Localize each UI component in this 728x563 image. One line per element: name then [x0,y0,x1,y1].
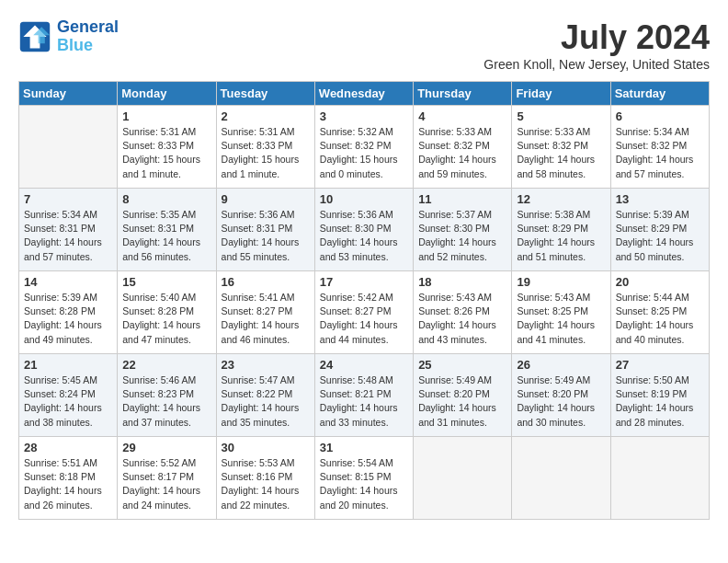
day-detail: Sunrise: 5:33 AM Sunset: 8:32 PM Dayligh… [418,125,506,181]
calendar-cell: 14Sunrise: 5:39 AM Sunset: 8:28 PM Dayli… [19,271,118,354]
calendar-cell: 20Sunrise: 5:44 AM Sunset: 8:25 PM Dayli… [610,271,709,354]
calendar-cell: 23Sunrise: 5:47 AM Sunset: 8:22 PM Dayli… [216,354,314,437]
calendar-cell: 17Sunrise: 5:42 AM Sunset: 8:27 PM Dayli… [314,271,413,354]
day-number: 16 [222,275,310,289]
weekday-header-wednesday: Wednesday [314,82,413,106]
logo-text: General Blue [57,18,119,55]
day-detail: Sunrise: 5:53 AM Sunset: 8:16 PM Dayligh… [222,456,310,512]
day-number: 10 [320,192,408,206]
day-number: 25 [418,358,506,372]
day-number: 15 [122,275,210,289]
calendar-cell [610,437,709,520]
day-detail: Sunrise: 5:48 AM Sunset: 8:21 PM Dayligh… [320,373,408,430]
day-number: 28 [24,441,112,454]
day-number: 23 [222,358,310,372]
day-detail: Sunrise: 5:42 AM Sunset: 8:27 PM Dayligh… [320,291,408,347]
weekday-header-monday: Monday [118,82,216,106]
day-number: 22 [122,358,210,372]
day-number: 8 [122,192,210,206]
calendar-cell: 7Sunrise: 5:34 AM Sunset: 8:31 PM Daylig… [19,189,118,271]
logo-icon [18,20,51,53]
calendar-cell: 12Sunrise: 5:38 AM Sunset: 8:29 PM Dayli… [512,189,610,271]
week-row-5: 28Sunrise: 5:51 AM Sunset: 8:18 PM Dayli… [19,437,710,520]
weekday-header-sunday: Sunday [19,82,118,106]
calendar-cell: 10Sunrise: 5:36 AM Sunset: 8:30 PM Dayli… [314,189,413,271]
day-detail: Sunrise: 5:51 AM Sunset: 8:18 PM Dayligh… [24,456,112,512]
calendar-title: July 2024 [483,18,710,57]
calendar-cell: 2Sunrise: 5:31 AM Sunset: 8:33 PM Daylig… [216,106,314,189]
day-number: 6 [616,109,704,123]
calendar-cell [19,106,118,189]
day-detail: Sunrise: 5:49 AM Sunset: 8:20 PM Dayligh… [418,373,506,430]
calendar-cell: 27Sunrise: 5:50 AM Sunset: 8:19 PM Dayli… [610,354,709,437]
calendar-cell: 8Sunrise: 5:35 AM Sunset: 8:31 PM Daylig… [118,189,216,271]
day-number: 31 [320,441,408,454]
day-detail: Sunrise: 5:38 AM Sunset: 8:29 PM Dayligh… [517,208,605,264]
calendar-cell: 19Sunrise: 5:43 AM Sunset: 8:25 PM Dayli… [512,271,610,354]
calendar-cell [512,437,610,520]
calendar-cell: 13Sunrise: 5:39 AM Sunset: 8:29 PM Dayli… [610,189,709,271]
day-number: 29 [122,441,210,454]
calendar-cell: 28Sunrise: 5:51 AM Sunset: 8:18 PM Dayli… [19,437,118,520]
day-detail: Sunrise: 5:31 AM Sunset: 8:33 PM Dayligh… [222,125,310,181]
calendar-cell: 18Sunrise: 5:43 AM Sunset: 8:26 PM Dayli… [414,271,512,354]
day-detail: Sunrise: 5:43 AM Sunset: 8:25 PM Dayligh… [517,291,605,347]
calendar-cell: 29Sunrise: 5:52 AM Sunset: 8:17 PM Dayli… [118,437,216,520]
day-number: 18 [418,275,506,289]
calendar-cell: 26Sunrise: 5:49 AM Sunset: 8:20 PM Dayli… [512,354,610,437]
logo: General Blue [18,18,119,55]
day-detail: Sunrise: 5:52 AM Sunset: 8:17 PM Dayligh… [122,456,210,512]
day-detail: Sunrise: 5:34 AM Sunset: 8:31 PM Dayligh… [24,208,112,264]
day-detail: Sunrise: 5:37 AM Sunset: 8:30 PM Dayligh… [418,208,506,264]
weekday-header-thursday: Thursday [414,82,512,106]
weekday-header-saturday: Saturday [610,82,709,106]
calendar-cell: 4Sunrise: 5:33 AM Sunset: 8:32 PM Daylig… [414,106,512,189]
day-detail: Sunrise: 5:33 AM Sunset: 8:32 PM Dayligh… [517,125,605,181]
day-detail: Sunrise: 5:36 AM Sunset: 8:30 PM Dayligh… [320,208,408,264]
day-number: 30 [222,441,310,454]
day-number: 13 [616,192,704,206]
calendar-cell: 6Sunrise: 5:34 AM Sunset: 8:32 PM Daylig… [610,106,709,189]
weekday-header-friday: Friday [512,82,610,106]
calendar-cell: 24Sunrise: 5:48 AM Sunset: 8:21 PM Dayli… [314,354,413,437]
calendar-subtitle: Green Knoll, New Jersey, United States [483,57,710,72]
page-header: General Blue July 2024 Green Knoll, New … [18,18,710,72]
day-detail: Sunrise: 5:36 AM Sunset: 8:31 PM Dayligh… [222,208,310,264]
day-detail: Sunrise: 5:46 AM Sunset: 8:23 PM Dayligh… [122,373,210,430]
day-detail: Sunrise: 5:47 AM Sunset: 8:22 PM Dayligh… [222,373,310,430]
calendar-cell: 25Sunrise: 5:49 AM Sunset: 8:20 PM Dayli… [414,354,512,437]
calendar-cell: 1Sunrise: 5:31 AM Sunset: 8:33 PM Daylig… [118,106,216,189]
day-number: 11 [418,192,506,206]
day-detail: Sunrise: 5:32 AM Sunset: 8:32 PM Dayligh… [320,125,408,181]
day-number: 3 [320,109,408,123]
week-row-2: 7Sunrise: 5:34 AM Sunset: 8:31 PM Daylig… [19,189,710,271]
calendar-cell: 31Sunrise: 5:54 AM Sunset: 8:15 PM Dayli… [314,437,413,520]
calendar-cell: 11Sunrise: 5:37 AM Sunset: 8:30 PM Dayli… [414,189,512,271]
day-detail: Sunrise: 5:44 AM Sunset: 8:25 PM Dayligh… [616,291,704,347]
day-detail: Sunrise: 5:41 AM Sunset: 8:27 PM Dayligh… [222,291,310,347]
calendar-cell: 15Sunrise: 5:40 AM Sunset: 8:28 PM Dayli… [118,271,216,354]
calendar-cell: 21Sunrise: 5:45 AM Sunset: 8:24 PM Dayli… [19,354,118,437]
day-detail: Sunrise: 5:39 AM Sunset: 8:29 PM Dayligh… [616,208,704,264]
title-area: July 2024 Green Knoll, New Jersey, Unite… [483,18,710,72]
day-number: 7 [24,192,112,206]
day-number: 19 [517,275,605,289]
week-row-3: 14Sunrise: 5:39 AM Sunset: 8:28 PM Dayli… [19,271,710,354]
day-number: 1 [122,109,210,123]
calendar-cell: 30Sunrise: 5:53 AM Sunset: 8:16 PM Dayli… [216,437,314,520]
calendar-cell: 16Sunrise: 5:41 AM Sunset: 8:27 PM Dayli… [216,271,314,354]
day-number: 9 [222,192,310,206]
calendar-cell [414,437,512,520]
day-number: 5 [517,109,605,123]
day-detail: Sunrise: 5:43 AM Sunset: 8:26 PM Dayligh… [418,291,506,347]
calendar-cell: 5Sunrise: 5:33 AM Sunset: 8:32 PM Daylig… [512,106,610,189]
calendar-cell: 3Sunrise: 5:32 AM Sunset: 8:32 PM Daylig… [314,106,413,189]
week-row-4: 21Sunrise: 5:45 AM Sunset: 8:24 PM Dayli… [19,354,710,437]
day-detail: Sunrise: 5:35 AM Sunset: 8:31 PM Dayligh… [122,208,210,264]
week-row-1: 1Sunrise: 5:31 AM Sunset: 8:33 PM Daylig… [19,106,710,189]
day-number: 27 [616,358,704,372]
day-detail: Sunrise: 5:54 AM Sunset: 8:15 PM Dayligh… [320,456,408,512]
day-detail: Sunrise: 5:49 AM Sunset: 8:20 PM Dayligh… [517,373,605,430]
day-detail: Sunrise: 5:50 AM Sunset: 8:19 PM Dayligh… [616,373,704,430]
day-number: 2 [222,109,310,123]
